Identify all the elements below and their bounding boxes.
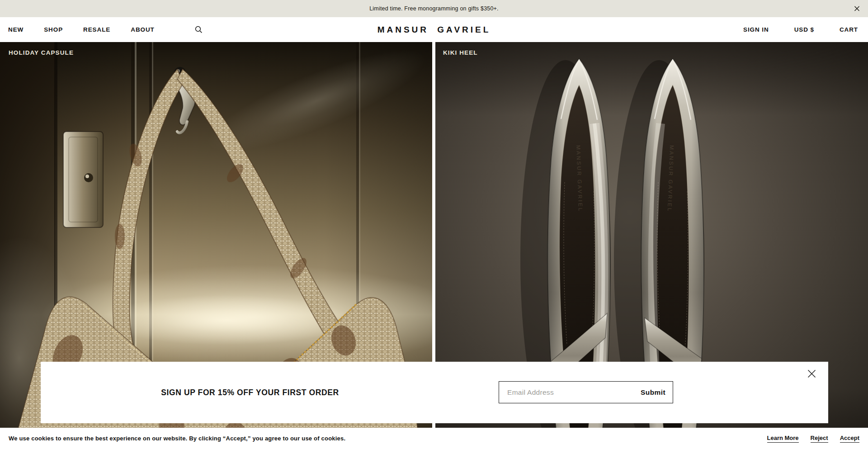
- cookie-banner: We use cookies to ensure the best experi…: [0, 428, 868, 449]
- newsletter-form: Submit: [499, 381, 673, 403]
- announcement-text: Limited time. Free monogramming on gifts…: [369, 5, 499, 12]
- learn-more-link[interactable]: Learn More: [767, 435, 799, 443]
- nav-link-new[interactable]: NEW: [8, 26, 24, 33]
- newsletter-modal: SIGN UP FOR 15% OFF YOUR FIRST ORDER Sub…: [41, 362, 828, 423]
- main-header: NEW SHOP RESALE ABOUT MANSUR GAVRIEL SIG…: [0, 17, 868, 42]
- close-icon: [807, 369, 816, 378]
- nav-link-about[interactable]: ABOUT: [131, 26, 155, 33]
- sign-in-link[interactable]: SIGN IN: [743, 26, 769, 33]
- primary-nav: NEW SHOP RESALE ABOUT: [8, 24, 204, 35]
- search-icon: [195, 26, 203, 33]
- nav-link-shop[interactable]: SHOP: [44, 26, 63, 33]
- search-button[interactable]: [193, 24, 204, 35]
- accept-button[interactable]: Accept: [840, 435, 859, 443]
- announcement-close-button[interactable]: [852, 4, 862, 14]
- close-icon: [854, 6, 860, 12]
- announcement-bar: Limited time. Free monogramming on gifts…: [0, 0, 868, 17]
- newsletter-heading: SIGN UP FOR 15% OFF YOUR FIRST ORDER: [161, 388, 339, 397]
- brand-logo[interactable]: MANSUR GAVRIEL: [377, 25, 491, 35]
- reject-button[interactable]: Reject: [811, 435, 828, 443]
- email-input[interactable]: [499, 388, 637, 397]
- newsletter-close-button[interactable]: [805, 367, 818, 380]
- locker-latch: [63, 132, 103, 227]
- cookie-actions: Learn More Reject Accept: [767, 435, 859, 443]
- nav-link-resale[interactable]: RESALE: [83, 26, 110, 33]
- cookie-message: We use cookies to ensure the best experi…: [9, 435, 345, 442]
- account-nav: SIGN IN USD $ CART: [743, 26, 858, 33]
- page: Limited time. Free monogramming on gifts…: [0, 0, 868, 449]
- currency-selector[interactable]: USD $: [794, 26, 814, 33]
- submit-button[interactable]: Submit: [637, 388, 673, 397]
- cart-link[interactable]: CART: [840, 26, 858, 33]
